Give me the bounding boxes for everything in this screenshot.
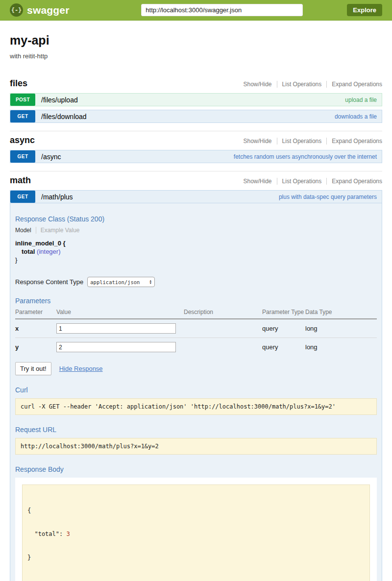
param-description bbox=[184, 319, 262, 338]
section-title-math[interactable]: math bbox=[10, 175, 31, 186]
curl-heading: Curl bbox=[15, 386, 377, 394]
parameters-heading: Parameters bbox=[15, 297, 377, 305]
operation-summary[interactable]: downloads a file bbox=[335, 113, 377, 120]
operation-path[interactable]: /files/download bbox=[41, 113, 87, 121]
explore-button[interactable]: Explore bbox=[347, 4, 382, 16]
operation-summary[interactable]: upload a file bbox=[345, 97, 377, 103]
selected-content-type: application/json bbox=[90, 279, 140, 285]
section-async-header: async Show/Hide List Operations Expand O… bbox=[10, 135, 382, 145]
model-signature: inline_model_0 { total (integer) } bbox=[15, 239, 377, 264]
param-name: y bbox=[15, 338, 56, 357]
main-content: my-api with reitit-http files Show/Hide … bbox=[0, 33, 392, 581]
model-property: total (integer) bbox=[22, 247, 377, 256]
json-open-brace: { bbox=[27, 507, 365, 514]
json-total-line: "total": 3 bbox=[27, 530, 365, 538]
operation-detail-panel: Response Class (Status 200) Model Exampl… bbox=[10, 203, 382, 581]
section-math: math Show/Hide List Operations Expand Op… bbox=[10, 171, 382, 581]
response-body-json: { "total": 3 } bbox=[22, 484, 370, 581]
swagger-logo[interactable]: {-} swagger bbox=[10, 3, 70, 17]
show-hide-link[interactable]: Show/Hide bbox=[239, 178, 277, 185]
col-value: Value bbox=[56, 307, 184, 319]
request-url-value: http://localhost:3000/math/plus?x=1&y=2 bbox=[15, 438, 377, 455]
json-key: "total": bbox=[27, 531, 66, 537]
operation-get-async[interactable]: GET /async fetches random users asynchro… bbox=[10, 150, 382, 163]
operation-summary[interactable]: plus with data-spec query parameters bbox=[279, 194, 377, 200]
operation-path[interactable]: /async bbox=[41, 153, 61, 161]
section-files: files Show/Hide List Operations Expand O… bbox=[10, 78, 382, 123]
section-math-header: math Show/Hide List Operations Expand Op… bbox=[10, 175, 382, 186]
col-description: Description bbox=[184, 307, 262, 319]
response-class-heading: Response Class (Status 200) bbox=[15, 215, 377, 223]
try-it-out-button[interactable]: Try it out! bbox=[15, 362, 51, 375]
section-title-async[interactable]: async bbox=[10, 135, 35, 145]
api-description: with reitit-http bbox=[10, 52, 382, 60]
col-data-type: Data Type bbox=[305, 307, 377, 319]
select-arrows-icon: ▲▼ bbox=[149, 280, 152, 285]
response-content-type-row: Response Content Type application/json ▲… bbox=[15, 277, 377, 287]
expand-operations-link[interactable]: Expand Operations bbox=[326, 81, 382, 88]
tab-example-value[interactable]: Example Value bbox=[36, 227, 80, 234]
method-badge-get: GET bbox=[10, 110, 35, 122]
model-property-type: (integer) bbox=[37, 248, 60, 255]
swagger-logo-text: swagger bbox=[27, 4, 70, 16]
param-y-value-input[interactable] bbox=[56, 342, 176, 352]
model-open: inline_model_0 { bbox=[15, 239, 377, 247]
swagger-logo-icon: {-} bbox=[10, 3, 23, 17]
param-type: query bbox=[262, 338, 305, 357]
operation-path[interactable]: /files/upload bbox=[41, 96, 78, 104]
hide-response-link[interactable]: Hide Response bbox=[59, 365, 103, 372]
show-hide-link[interactable]: Show/Hide bbox=[239, 138, 277, 145]
list-operations-link[interactable]: List Operations bbox=[277, 81, 327, 88]
top-bar: {-} swagger Explore bbox=[0, 0, 392, 21]
section-files-controls: Show/Hide List Operations Expand Operati… bbox=[239, 81, 382, 88]
response-class-tabs: Model Example Value bbox=[15, 227, 377, 234]
operation-post-files-upload[interactable]: POST /files/upload upload a file bbox=[10, 93, 382, 106]
param-data-type: long bbox=[305, 338, 377, 357]
show-hide-link[interactable]: Show/Hide bbox=[239, 81, 277, 88]
col-parameter-type: Parameter Type bbox=[262, 307, 305, 319]
param-type: query bbox=[262, 319, 305, 338]
response-content-type-select[interactable]: application/json ▲▼ bbox=[87, 277, 155, 287]
json-close-brace: } bbox=[27, 554, 365, 561]
method-badge-get: GET bbox=[10, 150, 35, 163]
section-title-files[interactable]: files bbox=[10, 78, 27, 89]
list-operations-link[interactable]: List Operations bbox=[277, 138, 327, 145]
parameters-header-row: Parameter Value Description Parameter Ty… bbox=[15, 307, 377, 319]
section-files-header: files Show/Hide List Operations Expand O… bbox=[10, 78, 382, 89]
method-badge-get: GET bbox=[10, 191, 35, 203]
response-body-heading: Response Body bbox=[15, 465, 377, 473]
api-title: my-api bbox=[10, 33, 382, 48]
section-async-controls: Show/Hide List Operations Expand Operati… bbox=[239, 138, 382, 145]
operation-get-files-download[interactable]: GET /files/download downloads a file bbox=[10, 110, 382, 123]
operation-path[interactable]: /math/plus bbox=[41, 193, 73, 201]
expand-operations-link[interactable]: Expand Operations bbox=[326, 138, 382, 145]
param-x-value-input[interactable] bbox=[56, 323, 176, 334]
model-close: } bbox=[15, 256, 377, 264]
param-name: x bbox=[15, 319, 56, 338]
spec-url-input[interactable] bbox=[141, 4, 303, 16]
operation-get-math-plus[interactable]: GET /math/plus plus with data-spec query… bbox=[10, 190, 382, 203]
parameter-row-y: y query long bbox=[15, 338, 377, 357]
try-actions-row: Try it out! Hide Response bbox=[15, 362, 377, 375]
curl-command: curl -X GET --header 'Accept: applicatio… bbox=[15, 398, 377, 415]
list-operations-link[interactable]: List Operations bbox=[277, 178, 327, 185]
response-content-type-label: Response Content Type bbox=[15, 278, 83, 286]
parameter-row-x: x query long bbox=[15, 319, 377, 338]
parameters-table: Parameter Value Description Parameter Ty… bbox=[15, 307, 377, 356]
response-body-container: { "total": 3 } bbox=[15, 478, 377, 581]
model-property-name: total bbox=[22, 248, 35, 255]
param-data-type: long bbox=[305, 319, 377, 338]
method-badge-post: POST bbox=[10, 94, 35, 106]
param-description bbox=[184, 338, 262, 357]
col-parameter: Parameter bbox=[15, 307, 56, 319]
json-value: 3 bbox=[66, 531, 70, 537]
expand-operations-link[interactable]: Expand Operations bbox=[326, 178, 382, 185]
tab-model[interactable]: Model bbox=[15, 227, 36, 234]
logo-glyph: {-} bbox=[11, 7, 22, 14]
section-async: async Show/Hide List Operations Expand O… bbox=[10, 131, 382, 163]
operation-summary[interactable]: fetches random users asynchronously over… bbox=[234, 153, 377, 160]
section-math-controls: Show/Hide List Operations Expand Operati… bbox=[239, 178, 382, 185]
request-url-heading: Request URL bbox=[15, 426, 377, 434]
